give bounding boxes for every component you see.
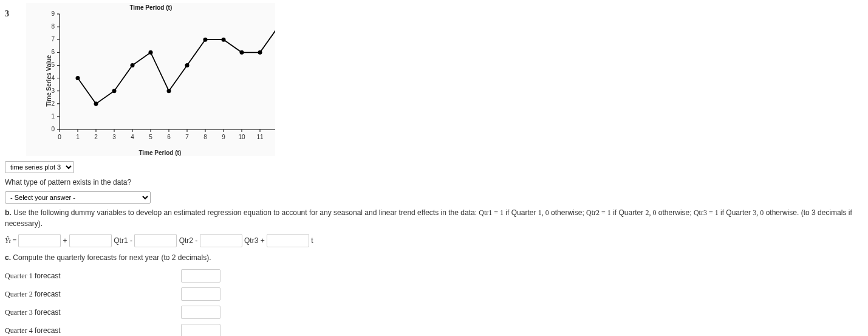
time-series-plot: 01234567890123456789101112 — [44, 11, 275, 148]
svg-text:9: 9 — [52, 11, 55, 17]
svg-text:3: 3 — [113, 134, 117, 140]
svg-text:12: 12 — [275, 134, 276, 140]
qtr1-coef-input[interactable] — [69, 234, 112, 247]
question-number: 3 — [5, 9, 9, 19]
q1-forecast-input[interactable] — [181, 269, 220, 283]
svg-text:7: 7 — [186, 134, 190, 140]
svg-point-50 — [112, 89, 117, 93]
svg-text:5: 5 — [52, 61, 55, 68]
pattern-question: What type of pattern exists in the data? — [5, 177, 863, 188]
part-b-text: b. Use the following dummy variables to … — [5, 207, 863, 229]
svg-point-54 — [185, 63, 190, 67]
svg-text:5: 5 — [149, 134, 153, 140]
svg-text:3: 3 — [52, 87, 55, 94]
q2-forecast-label: Quarter 2 forecast — [5, 290, 181, 299]
svg-text:6: 6 — [168, 134, 171, 140]
svg-point-51 — [131, 63, 135, 67]
plot-select[interactable]: time series plot 3 — [5, 161, 74, 173]
svg-point-48 — [76, 76, 80, 80]
q1-forecast-label: Quarter 1 forecast — [5, 272, 181, 281]
svg-point-52 — [149, 50, 153, 55]
intercept-input[interactable] — [18, 234, 61, 247]
svg-point-57 — [240, 50, 244, 55]
chart-top-title: Time Period (t) — [26, 4, 275, 11]
svg-point-55 — [203, 38, 208, 42]
svg-text:2: 2 — [52, 100, 55, 107]
svg-point-56 — [222, 38, 226, 42]
regression-equation: Ŷt = + Qtr1 - Qtr2 - Qtr3 + t — [5, 234, 863, 247]
q3-forecast-label: Quarter 3 forecast — [5, 308, 181, 317]
svg-point-58 — [258, 50, 262, 55]
svg-text:7: 7 — [52, 36, 55, 43]
t-coef-input[interactable] — [267, 234, 309, 247]
svg-point-53 — [167, 89, 171, 93]
q4-forecast-label: Quarter 4 forecast — [5, 326, 181, 335]
svg-text:11: 11 — [257, 134, 264, 140]
svg-text:9: 9 — [222, 134, 226, 140]
q2-forecast-input[interactable] — [181, 287, 220, 301]
part-c-text: c. Compute the quarterly forecasts for n… — [5, 252, 863, 263]
svg-text:1: 1 — [52, 113, 55, 120]
qtr3-coef-input[interactable] — [200, 234, 242, 247]
q3-forecast-input[interactable] — [181, 306, 220, 319]
svg-text:4: 4 — [131, 134, 135, 140]
chart-container: Time Period (t) Time Series Value 012345… — [26, 3, 275, 156]
qtr2-coef-input[interactable] — [134, 234, 177, 247]
svg-text:2: 2 — [95, 134, 98, 140]
svg-text:10: 10 — [239, 134, 246, 140]
svg-text:8: 8 — [52, 23, 55, 30]
svg-text:6: 6 — [52, 49, 55, 55]
svg-text:0: 0 — [52, 126, 55, 132]
pattern-answer-select[interactable]: - Select your answer - — [5, 191, 151, 204]
svg-point-49 — [94, 101, 98, 106]
svg-text:4: 4 — [52, 75, 55, 81]
svg-text:0: 0 — [58, 134, 62, 140]
svg-text:1: 1 — [77, 134, 80, 140]
svg-text:8: 8 — [204, 134, 208, 140]
q4-forecast-input[interactable] — [181, 324, 220, 336]
